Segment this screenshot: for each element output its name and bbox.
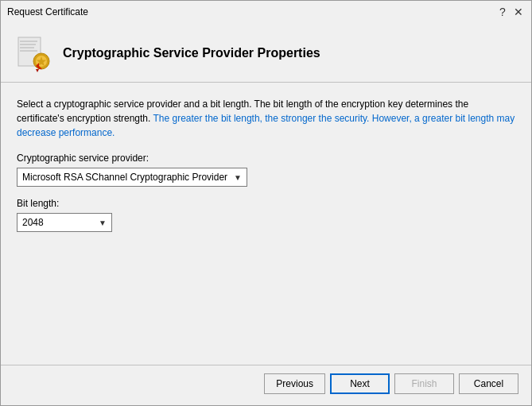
svg-marker-9 (36, 69, 39, 72)
title-bar-left: Request Certificate (7, 6, 88, 17)
window-title: Request Certificate (7, 6, 88, 17)
svg-rect-1 (20, 41, 37, 42)
provider-label: Cryptographic service provider: (17, 153, 515, 164)
description-text: Select a cryptographic service provider … (17, 97, 515, 140)
previous-button[interactable]: Previous (264, 373, 325, 394)
title-bar-controls: ? ✕ (496, 6, 525, 18)
provider-dropdown[interactable]: Microsoft RSA SChannel Cryptographic Pro… (17, 168, 247, 187)
certificate-icon (14, 34, 52, 72)
svg-rect-2 (20, 44, 36, 45)
next-button[interactable]: Next (330, 373, 390, 394)
dialog-content: Cryptographic Service Provider Propertie… (1, 23, 531, 405)
help-button[interactable]: ? (496, 6, 509, 18)
body-section: Select a cryptographic service provider … (1, 83, 531, 365)
dialog-window: Request Certificate ? ✕ (0, 0, 532, 406)
bit-dropdown[interactable]: 2048 ▼ (17, 213, 112, 232)
svg-rect-3 (20, 47, 34, 48)
bit-label: Bit length: (17, 198, 515, 209)
footer-section: Previous Next Finish Cancel (1, 365, 531, 405)
header-section: Cryptographic Service Provider Propertie… (1, 23, 531, 83)
title-bar: Request Certificate ? ✕ (1, 1, 531, 23)
bit-value: 2048 (22, 217, 44, 228)
close-button[interactable]: ✕ (512, 6, 525, 18)
provider-value: Microsoft RSA SChannel Cryptographic Pro… (22, 172, 227, 183)
finish-button[interactable]: Finish (394, 373, 454, 394)
dialog-title: Cryptographic Service Provider Propertie… (63, 46, 320, 60)
cancel-button[interactable]: Cancel (459, 373, 518, 394)
svg-rect-4 (20, 50, 37, 52)
provider-dropdown-arrow: ▼ (234, 173, 242, 182)
bit-dropdown-arrow: ▼ (99, 218, 107, 227)
